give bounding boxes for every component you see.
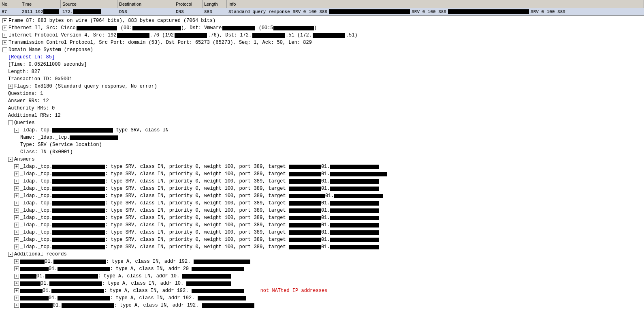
- answer-row[interactable]: + _ldap._tcp. : type SRV, class IN, prio…: [0, 229, 644, 236]
- additional-mid-redacted: [53, 260, 106, 264]
- answer-row[interactable]: + _ldap._tcp. : type SRV, class IN, prio…: [0, 185, 644, 192]
- additional-expand-icon[interactable]: +: [14, 259, 19, 264]
- dns-flags-expand[interactable]: +: [8, 84, 13, 89]
- ethernet-expand[interactable]: +: [2, 26, 7, 30]
- col-header-protocol[interactable]: Protocol: [174, 0, 203, 8]
- tcp-expand[interactable]: +: [2, 40, 7, 45]
- answers-container: + _ldap._tcp. : type SRV, class IN, prio…: [0, 163, 644, 251]
- answer-expand[interactable]: +: [14, 179, 19, 184]
- answer-row[interactable]: + _ldap._tcp. : type SRV, class IN, prio…: [0, 170, 644, 178]
- additional-expand-icon[interactable]: +: [14, 281, 19, 286]
- answer-row[interactable]: + _ldap._tcp. : type SRV, class IN, prio…: [0, 236, 644, 243]
- query-name-field: Name: _ldap._tcp.: [0, 134, 644, 141]
- additional-mid-redacted: [58, 267, 110, 271]
- ethernet-label-prefix: Ethernet II, Src: Cisco: [9, 25, 76, 31]
- queries-section[interactable]: - Queries: [0, 119, 644, 127]
- answer-row[interactable]: + _ldap._tcp. : type SRV, class IN, prio…: [0, 200, 644, 207]
- queries-expand[interactable]: -: [8, 120, 13, 125]
- additional-name-redacted: [20, 260, 45, 264]
- not-natted-annotation: not NATted IP addresses: [260, 288, 328, 294]
- additional-expand-icon[interactable]: +: [14, 296, 19, 300]
- answer-row[interactable]: + _ldap._tcp. : type SRV, class IN, prio…: [0, 163, 644, 170]
- additional-row[interactable]: + 01. : type A, class IN, addr 192.: [0, 294, 644, 302]
- answer-name-redacted: [52, 179, 105, 184]
- packet-source: 172.: [61, 8, 117, 15]
- answer-target-redacted: [289, 187, 321, 191]
- dns-line[interactable]: - Domain Name System (response): [0, 46, 644, 54]
- answer-expand[interactable]: +: [14, 237, 19, 242]
- answer-expand[interactable]: +: [14, 223, 19, 227]
- additional-row[interactable]: + 01. : type A, class IN, addr 10.: [0, 280, 644, 287]
- dns-request-in[interactable]: [Request In: 85]: [0, 54, 644, 61]
- query-item-expand[interactable]: -: [14, 128, 19, 133]
- answer-row[interactable]: + _ldap._tcp. : type SRV, class IN, prio…: [0, 192, 644, 200]
- frame-expand[interactable]: +: [2, 18, 7, 23]
- answer-target2-redacted: [330, 245, 379, 249]
- answer-target2-redacted: [330, 223, 379, 227]
- col-header-info[interactable]: Info: [227, 0, 644, 8]
- additional-row[interactable]: + 01. : type A, class IN, addr 20: [0, 265, 644, 273]
- answer-target2-redacted: [330, 230, 379, 235]
- answer-target-redacted: [289, 201, 321, 206]
- additional-row[interactable]: + 01. : type A, class IN, addr 10.: [0, 273, 644, 280]
- source-redacted: [73, 9, 101, 14]
- additional-row[interactable]: + 01. : type A, class IN, addr 192.: [0, 258, 644, 265]
- answer-name-redacted: [52, 223, 105, 227]
- answer-row[interactable]: + _ldap._tcp. : type SRV, class IN, prio…: [0, 221, 644, 229]
- additional-row[interactable]: + 01. : type A, class IN, addr 192.: [0, 302, 644, 309]
- ethernet-dst-redacted: [222, 26, 255, 30]
- additional-addr-redacted: [192, 267, 244, 271]
- answer-expand[interactable]: +: [14, 245, 19, 249]
- additional-expand-icon[interactable]: +: [14, 288, 19, 293]
- answer-expand[interactable]: +: [14, 186, 19, 191]
- additional-section[interactable]: - Additional records: [0, 251, 644, 258]
- col-header-length[interactable]: Length: [203, 0, 227, 8]
- answer-name-redacted: [52, 238, 105, 242]
- additional-container: + 01. : type A, class IN, addr 192. + 01…: [0, 258, 644, 309]
- answer-row[interactable]: + _ldap._tcp. : type SRV, class IN, prio…: [0, 178, 644, 185]
- col-header-no[interactable]: No.: [0, 0, 20, 8]
- additional-expand[interactable]: -: [8, 252, 13, 257]
- additional-expand-icon[interactable]: +: [14, 303, 19, 308]
- answer-expand[interactable]: +: [14, 230, 19, 235]
- packet-row[interactable]: 87 2011-192 172. DNS DNS 883 Standard qu…: [0, 8, 644, 15]
- answer-expand[interactable]: +: [14, 201, 19, 206]
- answer-expand[interactable]: +: [14, 208, 19, 213]
- answer-row[interactable]: + _ldap._tcp. : type SRV, class IN, prio…: [0, 214, 644, 221]
- packet-length: 883: [203, 8, 227, 15]
- additional-mid-redacted: [45, 274, 98, 279]
- query-item[interactable]: - _ldap._tcp. type SRV, class IN: [0, 127, 644, 134]
- dns-txid: Transaction ID: 0x5001: [0, 75, 644, 83]
- answer-expand[interactable]: +: [14, 164, 19, 169]
- ethernet-src-redacted: [77, 26, 117, 30]
- answer-name-redacted: [52, 194, 105, 198]
- answer-expand[interactable]: +: [14, 215, 19, 220]
- frame-line[interactable]: + Frame 87: 883 bytes on wire (7064 bits…: [0, 17, 644, 24]
- ip-expand[interactable]: +: [2, 33, 7, 38]
- additional-expand-icon[interactable]: +: [14, 274, 19, 279]
- answer-name-redacted: [52, 208, 105, 213]
- answer-target-redacted: [289, 223, 321, 227]
- tcp-line[interactable]: + Transmission Control Protocol, Src Por…: [0, 39, 644, 46]
- dns-time: [Time: 0.052611000 seconds]: [0, 61, 644, 68]
- dns-flags[interactable]: + Flags: 0x8180 (Standard query response…: [0, 83, 644, 90]
- answer-expand[interactable]: +: [14, 172, 19, 176]
- answer-name-redacted: [52, 230, 105, 235]
- packet-no: 87: [0, 8, 20, 15]
- col-header-source[interactable]: Source: [61, 0, 117, 8]
- answers-expand[interactable]: -: [8, 157, 13, 162]
- ip-line[interactable]: + Internet Protocol Version 4, Src: 192 …: [0, 32, 644, 39]
- dns-expand[interactable]: -: [2, 47, 7, 52]
- ethernet-line[interactable]: + Ethernet II, Src: Cisco (00: ), Dst: V…: [0, 24, 644, 32]
- answer-row[interactable]: + _ldap._tcp. : type SRV, class IN, prio…: [0, 207, 644, 214]
- additional-expand-icon[interactable]: +: [14, 266, 19, 271]
- additional-row[interactable]: + 01. : type A, class IN, addr 192. not …: [0, 287, 644, 294]
- answer-expand[interactable]: +: [14, 193, 19, 198]
- answer-target-redacted: [289, 172, 321, 176]
- col-header-dest[interactable]: Destination: [117, 0, 174, 8]
- request-in-link[interactable]: [Request In: 85]: [8, 54, 55, 60]
- col-header-time[interactable]: Time: [20, 0, 61, 8]
- answers-section[interactable]: - Answers: [0, 156, 644, 163]
- dns-label: Domain Name System (response): [9, 47, 93, 53]
- answer-row[interactable]: + _ldap._tcp. : type SRV, class IN, prio…: [0, 243, 644, 251]
